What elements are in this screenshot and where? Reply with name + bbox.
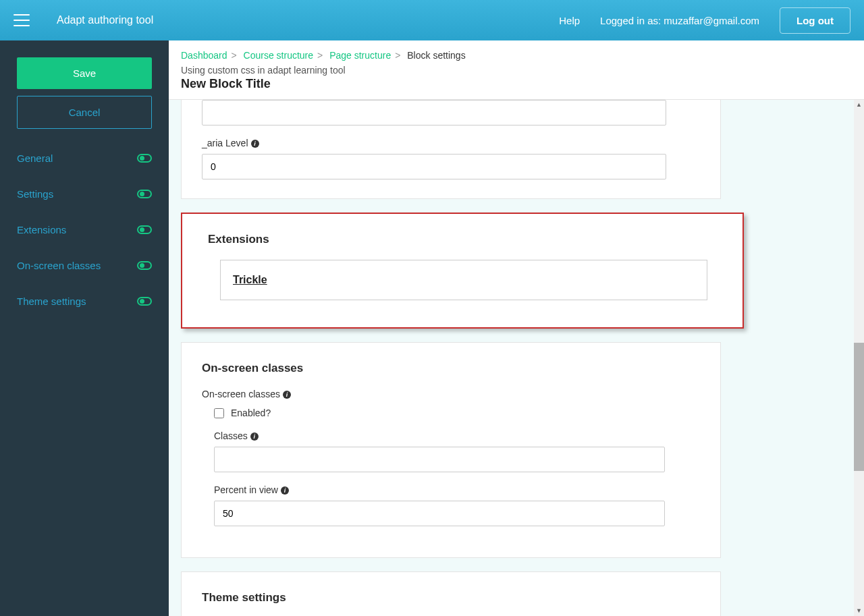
panel-extensions: Extensions Trickle [181,213,744,329]
classes-input[interactable] [214,447,665,472]
toggle-icon[interactable] [137,261,152,270]
breadcrumb: Dashboard> Course structure> Page struct… [181,50,852,61]
toggle-icon[interactable] [137,190,152,198]
breadcrumb-sep: > [317,50,323,61]
sidebar-item-settings[interactable]: Settings [17,188,152,200]
main: Dashboard> Course structure> Page struct… [169,40,864,616]
info-icon[interactable]: i [281,486,289,495]
logout-button[interactable]: Log out [780,7,850,34]
toggle-icon[interactable] [137,297,152,306]
aria-level-label: _aria Leveli [202,138,700,148]
topbar: Adapt authoring tool Help Logged in as: … [0,0,864,40]
toggle-icon[interactable] [137,154,152,163]
breadcrumb-sep: > [395,50,400,61]
info-icon[interactable]: i [283,391,291,399]
header-subtitle: Using custom css in adapt learning tool [181,65,852,76]
help-link[interactable]: Help [559,15,580,26]
brand-title: Adapt authoring tool [57,14,153,26]
header-panel: Dashboard> Course structure> Page struct… [169,40,864,100]
percent-label-text: Percent in view [214,484,278,495]
logged-in-prefix: Logged in as: [600,15,664,26]
breadcrumb-dashboard[interactable]: Dashboard [181,50,227,61]
breadcrumb-current: Block settings [407,50,465,61]
sidebar-item-theme[interactable]: Theme settings [17,296,152,307]
panel-general-tail: _aria Leveli [181,100,721,199]
page-title: New Block Title [181,77,852,91]
onscreen-group: On-screen classesi Enabled? Classesi Per… [202,389,700,526]
extension-link[interactable]: Trickle [233,274,267,285]
text-input-prev[interactable] [202,100,666,125]
onscreen-heading: On-screen classes [202,362,700,375]
panel-theme: Theme settings [181,571,721,616]
percent-input[interactable] [214,501,665,526]
classes-label-text: Classes [214,430,248,441]
logged-in-link[interactable]: Logged in as: muzaffar@gmail.com [600,15,759,26]
field-aria-level: _aria Leveli [202,138,700,179]
content-area: _aria Leveli Extensions Trickle On-scree… [169,100,864,616]
enabled-label: Enabled? [231,408,271,418]
onscreen-group-label: On-screen classesi [202,389,700,399]
sidebar-item-general[interactable]: General [17,152,152,164]
toggle-icon[interactable] [137,225,152,234]
enabled-row: Enabled? [214,408,700,418]
breadcrumb-course[interactable]: Course structure [244,50,313,61]
sidebar-item-label[interactable]: Settings [17,188,53,200]
sidebar-item-label[interactable]: General [17,152,53,164]
aria-level-label-text: _aria Level [202,138,248,148]
enabled-checkbox[interactable] [214,408,224,418]
scroll-down-icon[interactable]: ▼ [854,606,864,616]
aria-level-input[interactable] [202,154,666,179]
breadcrumb-page[interactable]: Page structure [329,50,391,61]
cancel-button[interactable]: Cancel [17,96,152,129]
sidebar-item-extensions[interactable]: Extensions [17,224,152,235]
classes-label: Classesi [214,430,665,441]
menu-icon[interactable] [14,14,30,26]
sidebar: Save Cancel General Settings Extensions … [0,40,169,616]
scrollbar[interactable]: ▲ ▼ [854,100,864,616]
scroll-up-icon[interactable]: ▲ [854,100,864,110]
sidebar-item-label[interactable]: On-screen classes [17,260,101,271]
sidebar-nav: General Settings Extensions On-screen cl… [17,152,152,307]
extensions-heading: Extensions [208,233,717,246]
panel-onscreen: On-screen classes On-screen classesi Ena… [181,342,721,558]
sidebar-item-label[interactable]: Extensions [17,224,66,235]
info-icon[interactable]: i [250,432,259,441]
info-icon[interactable]: i [251,140,259,148]
field-empty-above [202,100,700,125]
extension-item[interactable]: Trickle [220,260,707,300]
breadcrumb-sep: > [232,50,237,61]
sidebar-item-label[interactable]: Theme settings [17,296,86,307]
save-button[interactable]: Save [17,57,152,89]
logged-in-user: muzaffar@gmail.com [664,15,759,26]
theme-heading: Theme settings [202,591,700,605]
field-percent: Percent in viewi [214,484,665,526]
field-classes: Classesi [214,430,665,472]
percent-label: Percent in viewi [214,484,665,495]
onscreen-group-label-text: On-screen classes [202,389,280,399]
sidebar-item-onscreen[interactable]: On-screen classes [17,260,152,271]
topbar-right: Help Logged in as: muzaffar@gmail.com Lo… [559,7,850,34]
scrollbar-thumb[interactable] [854,343,864,471]
